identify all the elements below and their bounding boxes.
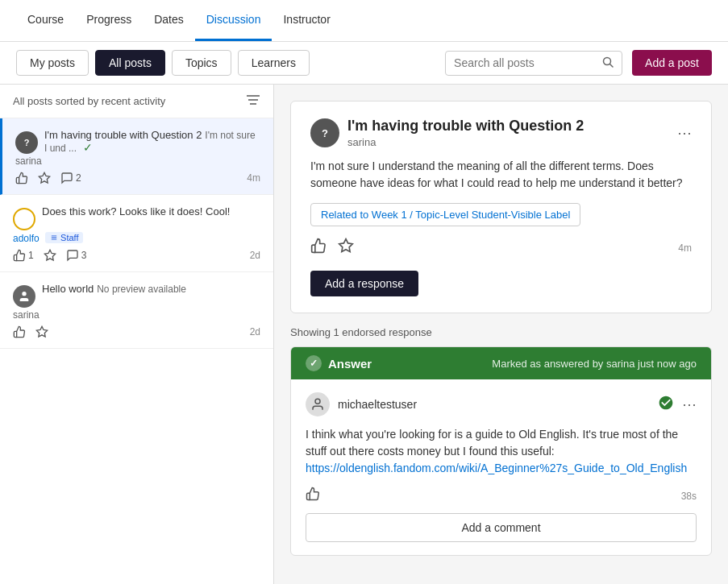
posts-sidebar: All posts sorted by recent activity ? I'… (0, 85, 274, 584)
comments-button[interactable]: 2 (60, 172, 81, 184)
post-author: adolfo Staff (13, 232, 260, 244)
post-preview: No preview available (97, 284, 186, 295)
sidebar-header-text: All posts sorted by recent activity (13, 95, 165, 107)
nav-item-progress[interactable]: Progress (75, 0, 143, 41)
tab-learners[interactable]: Learners (238, 50, 310, 76)
nav-item-course[interactable]: Course (16, 0, 75, 41)
comment-count: 2 (76, 172, 81, 184)
like-count: 1 (28, 250, 34, 261)
svg-marker-9 (44, 250, 55, 260)
post-detail-title: I'm having trouble with Question 2 (347, 118, 669, 135)
nav-item-discussion[interactable]: Discussion (195, 0, 272, 41)
like-button[interactable] (13, 325, 26, 338)
add-response-button[interactable]: Add a response (310, 271, 418, 296)
avatar (13, 208, 35, 230)
post-title: I'm having trouble with Question 2 (44, 129, 202, 141)
detail-star-button[interactable] (338, 238, 354, 258)
nav-item-instructor[interactable]: Instructor (272, 0, 341, 41)
svg-point-10 (22, 292, 26, 296)
star-button[interactable] (44, 249, 56, 262)
tab-all-posts[interactable]: All posts (95, 50, 165, 76)
staff-badge: Staff (45, 232, 83, 243)
add-comment-button[interactable]: Add a comment (306, 513, 697, 542)
resolved-icon: ✓ (83, 141, 93, 154)
svg-marker-11 (36, 326, 47, 337)
endorsed-header: Showing 1 endorsed response (290, 326, 712, 338)
detail-like-button[interactable] (310, 238, 327, 258)
answer-label: Answer (328, 357, 372, 371)
related-label[interactable]: Related to Week 1 / Topic-Level Student-… (310, 203, 580, 226)
add-post-button[interactable]: Add a post (632, 50, 712, 76)
marked-text: Marked as answered by sarina just now ag… (492, 358, 697, 370)
post-list-item[interactable]: Hello world No preview available sarina … (0, 272, 273, 349)
endorsed-section: Showing 1 endorsed response ✓ Answer Mar… (290, 326, 712, 556)
tab-my-posts[interactable]: My posts (16, 50, 89, 76)
post-author: sarina (15, 155, 260, 167)
search-box[interactable] (445, 51, 622, 76)
like-button[interactable] (15, 172, 28, 184)
answer-avatar (306, 392, 330, 416)
answer-card: ✓ Answer Marked as answered by sarina ju… (290, 346, 712, 556)
avatar: ? (15, 131, 38, 154)
like-button[interactable]: 1 (13, 249, 34, 262)
answer-like-button[interactable] (306, 487, 320, 505)
post-time: 2d (250, 326, 260, 338)
filter-icon[interactable] (246, 94, 260, 108)
svg-rect-8 (52, 239, 57, 240)
answer-time: 38s (681, 491, 697, 502)
svg-rect-7 (52, 236, 57, 237)
answer-body: michaeltestuser ⋯ I think what you're lo… (291, 379, 711, 555)
search-icon (602, 56, 614, 70)
answer-resolved-icon (658, 395, 674, 415)
sub-nav: My posts All posts Topics Learners Add a… (0, 42, 728, 85)
svg-marker-5 (39, 172, 49, 183)
svg-marker-12 (339, 239, 353, 252)
content-panel: ? I'm having trouble with Question 2 sar… (274, 85, 728, 584)
detail-time: 4m (678, 242, 692, 254)
svg-rect-6 (52, 238, 57, 238)
answer-banner: ✓ Answer Marked as answered by sarina ju… (291, 347, 711, 379)
post-detail-author: sarina (347, 136, 669, 148)
post-title: Does this work? Looks like it does! Cool… (42, 205, 230, 217)
svg-point-13 (315, 399, 320, 404)
comment-count: 3 (81, 250, 87, 261)
star-button[interactable] (35, 325, 48, 338)
search-input[interactable] (454, 56, 599, 69)
post-title: Hello world (42, 283, 94, 295)
answer-more-options[interactable]: ⋯ (682, 396, 697, 413)
top-nav: Course Progress Dates Discussion Instruc… (0, 0, 728, 42)
star-button[interactable] (38, 172, 51, 184)
avatar (13, 285, 35, 308)
answer-check-icon: ✓ (306, 355, 322, 371)
comments-button[interactable]: 3 (66, 249, 87, 262)
tab-topics[interactable]: Topics (172, 50, 231, 76)
post-author: sarina (13, 309, 260, 321)
answer-username: michaeltestuser (338, 398, 417, 411)
nav-item-dates[interactable]: Dates (143, 0, 195, 41)
answer-link[interactable]: https://oldenglish.fandom.com/wiki/A_Beg… (306, 462, 687, 474)
post-detail-avatar: ? (310, 118, 339, 147)
post-list-item[interactable]: Does this work? Looks like it does! Cool… (0, 195, 273, 272)
post-list-item[interactable]: ? I'm having trouble with Question 2 I'm… (0, 118, 273, 195)
post-time: 2d (250, 250, 260, 261)
post-detail-body: I'm not sure I understand the meaning of… (310, 158, 692, 192)
svg-line-1 (610, 64, 614, 67)
author-link[interactable]: adolfo (13, 233, 40, 244)
post-time: 4m (247, 172, 260, 184)
more-options-button[interactable]: ⋯ (677, 124, 692, 142)
answer-text: I think what you're looking for is a gui… (306, 426, 697, 477)
post-detail-card: ? I'm having trouble with Question 2 sar… (290, 101, 712, 313)
